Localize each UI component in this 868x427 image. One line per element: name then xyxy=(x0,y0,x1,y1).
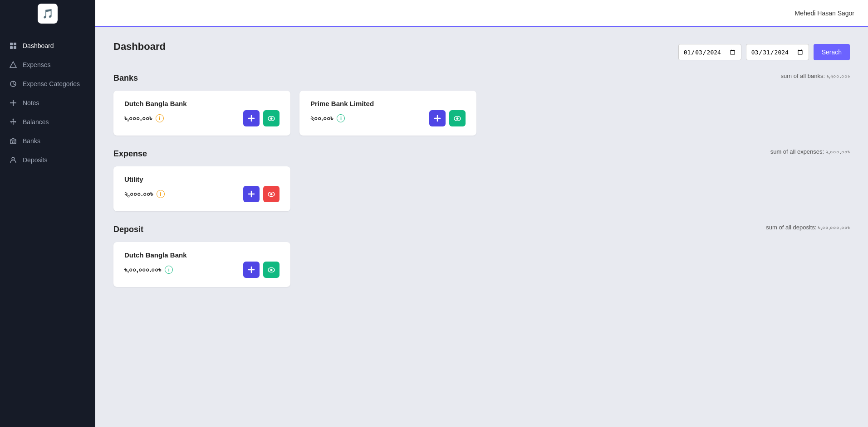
expense-section-label: Expense xyxy=(113,149,147,159)
bank-card-buttons xyxy=(429,110,466,126)
bank-add-button[interactable] xyxy=(243,110,260,126)
deposit-sum: sum of all deposits: ৳,০০,০০০.০০৳ xyxy=(766,224,850,231)
svg-rect-2 xyxy=(10,46,13,49)
bank-card-amount-row: ৳,০০০.০০৳ i xyxy=(124,110,280,126)
deposit-card-amount-row: ৳,০০,০০০.০০৳ i xyxy=(124,262,280,278)
banks-section: Banks sum of all banks: ৳,২০০.০০৳ Dutch … xyxy=(113,73,850,136)
svg-point-24 xyxy=(270,193,273,195)
deposit-cards-row: Dutch Bangla Bank ৳,০০,০০০.০০৳ i xyxy=(113,242,850,287)
main-content: Mehedi Hasan Sagor Dashboard Serach Bank… xyxy=(95,0,868,427)
sidebar-item-label: Notes xyxy=(23,99,39,107)
svg-point-28 xyxy=(270,269,273,271)
expense-view-button[interactable] xyxy=(263,186,280,202)
expense-card-amount: ২,০০০.০০৳ i xyxy=(124,190,165,198)
deposit-card-buttons xyxy=(243,262,280,278)
page-title: Dashboard xyxy=(113,41,166,53)
expense-sum: sum of all expenses: ২,০০০.০০৳ xyxy=(770,148,850,155)
sidebar-item-expense-categories[interactable]: Expense Categories xyxy=(0,74,95,93)
sidebar-item-label: Expenses xyxy=(23,61,50,68)
expense-card-amount-row: ২,০০০.০০৳ i xyxy=(124,186,280,202)
expenses-icon xyxy=(9,61,17,69)
deposits-icon xyxy=(9,156,17,164)
svg-rect-3 xyxy=(14,46,16,49)
expense-cards-row: Utility ২,০০০.০০৳ i xyxy=(113,166,850,211)
deposit-card-amount: ৳,০০,০০০.০০৳ i xyxy=(124,266,173,274)
sidebar-item-notes[interactable]: Notes xyxy=(0,93,95,112)
sidebar-item-banks[interactable]: Banks xyxy=(0,131,95,150)
svg-rect-0 xyxy=(10,43,13,45)
banks-cards-row: Dutch Bangla Bank ৳,০০০.০০৳ i xyxy=(113,91,850,136)
deposit-section-label: Deposit xyxy=(113,225,143,234)
expense-section-header: Expense sum of all expenses: ২,০০০.০০৳ xyxy=(113,148,850,161)
sidebar: 🎵 Dashboard Expenses xyxy=(0,0,95,427)
deposit-view-button[interactable] xyxy=(263,262,280,278)
expense-section: Expense sum of all expenses: ২,০০০.০০৳ U… xyxy=(113,148,850,211)
svg-rect-9 xyxy=(10,140,16,144)
bank-card-dutch-bangla: Dutch Bangla Bank ৳,০০০.০০৳ i xyxy=(113,91,290,136)
sidebar-item-label: Balances xyxy=(23,118,49,126)
sidebar-item-expenses[interactable]: Expenses xyxy=(0,55,95,74)
svg-point-16 xyxy=(270,117,273,120)
deposit-section: Deposit sum of all deposits: ৳,০০,০০০.০০… xyxy=(113,224,850,287)
sidebar-item-label: Expense Categories xyxy=(23,80,80,87)
search-button[interactable]: Serach xyxy=(814,44,850,60)
sidebar-item-deposits[interactable]: Deposits xyxy=(0,150,95,170)
info-icon-warning[interactable]: i xyxy=(157,190,165,198)
date-to-input[interactable] xyxy=(746,44,809,60)
banks-sum: sum of all banks: ৳,২০০.০০৳ xyxy=(781,73,850,80)
bank-card-amount: ২০০.০০৳ i xyxy=(310,114,345,122)
username: Mehedi Hasan Sagor xyxy=(794,10,854,17)
sidebar-logo: 🎵 xyxy=(0,0,95,27)
content-area: Dashboard Serach Banks sum of all banks:… xyxy=(95,27,868,427)
bank-card-amount-row: ২০০.০০৳ i xyxy=(310,110,466,126)
svg-rect-10 xyxy=(12,141,13,143)
bank-card-amount: ৳,০০০.০০৳ i xyxy=(124,114,164,122)
deposit-card-dutch-bangla: Dutch Bangla Bank ৳,০০,০০০.০০৳ i xyxy=(113,242,290,287)
banks-section-header: Banks sum of all banks: ৳,২০০.০০৳ xyxy=(113,73,850,85)
svg-rect-11 xyxy=(14,141,15,143)
expense-card-utility: Utility ২,০০০.০০৳ i xyxy=(113,166,290,211)
svg-point-20 xyxy=(456,117,459,120)
bank-card-title: Prime Bank Limited xyxy=(310,100,466,107)
deposit-section-header: Deposit sum of all deposits: ৳,০০,০০০.০০… xyxy=(113,224,850,237)
topbar: Mehedi Hasan Sagor xyxy=(95,0,868,27)
deposit-card-title: Dutch Bangla Bank xyxy=(124,251,280,259)
svg-rect-1 xyxy=(14,43,16,45)
banks-icon xyxy=(9,137,17,145)
expense-add-button[interactable] xyxy=(243,186,260,202)
svg-point-12 xyxy=(12,157,15,160)
bank-view-button[interactable] xyxy=(263,110,280,126)
date-from-input[interactable] xyxy=(678,44,741,60)
sidebar-nav: Dashboard Expenses Expense Categories xyxy=(0,27,95,427)
bank-card-buttons xyxy=(243,110,280,126)
banks-section-label: Banks xyxy=(113,73,138,83)
expense-card-buttons xyxy=(243,186,280,202)
bank-add-button[interactable] xyxy=(429,110,446,126)
info-icon-success[interactable]: i xyxy=(337,114,345,122)
expense-card-title: Utility xyxy=(124,175,280,183)
sidebar-item-label: Dashboard xyxy=(23,42,54,49)
dashboard-icon xyxy=(9,42,17,50)
deposit-add-button[interactable] xyxy=(243,262,260,278)
sidebar-item-label: Deposits xyxy=(23,156,47,164)
bank-card-prime-bank: Prime Bank Limited ২০০.০০৳ i xyxy=(299,91,476,136)
sidebar-item-label: Banks xyxy=(23,137,40,145)
balances-icon xyxy=(9,118,17,126)
expense-categories-icon xyxy=(9,80,17,88)
sidebar-item-balances[interactable]: Balances xyxy=(0,112,95,131)
logo-icon: 🎵 xyxy=(38,4,58,24)
sidebar-item-dashboard[interactable]: Dashboard xyxy=(0,36,95,55)
notes-icon xyxy=(9,99,17,107)
bank-view-button[interactable] xyxy=(449,110,466,126)
info-icon-success[interactable]: i xyxy=(165,266,173,274)
bank-card-title: Dutch Bangla Bank xyxy=(124,100,280,107)
info-icon-warning[interactable]: i xyxy=(156,114,164,122)
